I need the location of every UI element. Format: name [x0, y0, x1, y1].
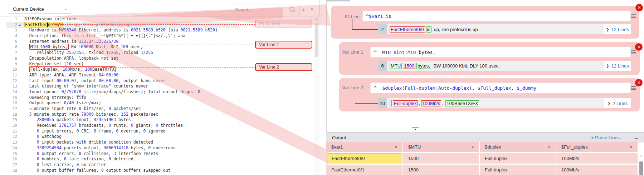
id-line-label: ID Line	[327, 14, 360, 19]
scroll-up-icon[interactable]: ▲	[640, 154, 643, 157]
code-line: 20 Received 2781757 broadcasts, 0 runts,…	[8, 123, 237, 129]
connector-dashed-var1	[54, 45, 255, 45]
matched-line-number: 10	[378, 98, 387, 108]
search-input[interactable]	[231, 5, 292, 15]
code-line-selected: 2◢FastEthernet0/0 is up, line protocol i…	[8, 22, 237, 28]
code-line: 3 Hardware is MV96340 Ethernet, address …	[8, 28, 237, 33]
parse-lines-link[interactable]: + Parse Lines	[591, 135, 620, 140]
code-line: 19 2800055 packets input, 424551903 byte…	[8, 117, 237, 123]
code-line: 9 Keepalive set (10 sec)	[8, 61, 237, 67]
table-cell[interactable]: FastEthernet0/1	[326, 165, 403, 175]
matched-line-preview: MTU1500bytes, BW 100000 Kbit, DLY 100 us…	[387, 61, 604, 71]
connector-dashed-id-line	[54, 24, 255, 25]
collapse-output-button[interactable]: ▲	[412, 127, 419, 132]
var-line-2-matches-button[interactable]: ❯2 Lines	[604, 98, 631, 108]
var-line-2-label: Var Line 2	[331, 85, 363, 90]
var-line-1-pattern-input[interactable]: ^ MTU $int:MTU bytes,	[370, 47, 631, 58]
table-scrollbar[interactable]: ▲	[638, 153, 644, 175]
connector-elbow	[352, 29, 378, 30]
output-title: Output	[332, 135, 346, 140]
minimize-icon[interactable]: –	[635, 135, 638, 141]
close-id-line-button[interactable]: ✕	[635, 4, 643, 11]
id-line-pattern-input[interactable]: ^$var1 is	[362, 11, 631, 21]
literal-token: 100BaseTX/FX	[445, 100, 479, 106]
code-line: 8 Encapsulation ARPA, loopback not set	[8, 56, 237, 61]
matched-line-number: 2	[378, 24, 387, 34]
drag-handle-icon[interactable]	[631, 86, 636, 91]
cli-capture-text[interactable]: 1BJ*POP>show interface 2◢FastEthernet0/0…	[8, 16, 237, 173]
close-var-line-2-button[interactable]: ✕	[635, 79, 643, 86]
find-previous-button[interactable]: ▲	[301, 7, 306, 12]
chevron-down-icon[interactable]: ∨	[395, 145, 397, 149]
capture-token: 100Mb/s	[421, 100, 441, 106]
drag-handle-icon[interactable]	[631, 14, 636, 19]
gutter-label-var-line-1[interactable]: Var Line 1	[255, 41, 312, 49]
matched-line-preview: FastEthernet0/0is up, line protocol is u…	[387, 24, 604, 34]
connector-elbow	[352, 19, 352, 29]
column-header-var1[interactable]: $var1∨	[326, 142, 403, 152]
gutter-label-var-line-2[interactable]: Var Line 2	[255, 63, 312, 71]
connector-elbow	[355, 90, 355, 103]
code-line-var2-match: 10 Full-duplex, 100Mb/s, 100BaseTX/FX	[8, 67, 237, 72]
code-line: 25 0 output errors, 0 collisions, 3 inte…	[8, 151, 237, 157]
id-line-matches-button[interactable]: ❯12 Lines	[604, 24, 631, 34]
var-line-2-pattern-input[interactable]: ^ $duplex(Full-duplex|Auto-duplex), $Ful…	[370, 82, 631, 93]
table-cell[interactable]: 1500	[403, 153, 480, 164]
column-header-duplex[interactable]: $duplex∨	[480, 142, 556, 152]
chevron-down-icon[interactable]: ∨	[471, 145, 474, 149]
connector-elbow	[355, 55, 355, 66]
code-line: 14 Input queue: 0/75/0/0 (size/max/drops…	[8, 89, 237, 95]
table-cell[interactable]: Full-duplex	[480, 165, 556, 175]
matched-line-number: 6	[378, 61, 387, 71]
code-line: 23 0 input packets with dribble conditio…	[8, 140, 237, 145]
parser-tool-app: Current Device ⌄ ▲ ▼ 1BJ*POP>show interf…	[0, 0, 644, 175]
code-line: 26 0 babbles, 0 late collision, 0 deferr…	[8, 156, 237, 162]
sample-text-pane: Current Device ⌄ ▲ ▼ 1BJ*POP>show interf…	[0, 0, 319, 175]
code-line: 7 reliability 255/255, txload 1/255, rxl…	[8, 50, 237, 56]
code-line: 15 Queueing strategy: fifo	[8, 95, 237, 101]
left-toolbar: Current Device ⌄ ▲ ▼	[0, 0, 319, 16]
scrollbar-thumb[interactable]	[639, 161, 643, 175]
capture-token: 1500	[403, 63, 415, 69]
connector-elbow	[355, 103, 378, 104]
capture-token: Full-duplex	[393, 100, 418, 106]
device-selector-dropdown[interactable]: Current Device ⌄	[9, 4, 71, 14]
code-line: 27 0 lost carrier, 0 no carrier	[8, 162, 237, 168]
literal-token	[390, 100, 392, 106]
code-line: 21 0 input errors, 0 CRC, 0 frame, 0 ove…	[8, 129, 237, 134]
editor-gutter-divider	[239, 16, 239, 175]
chevron-right-icon: ❯	[606, 64, 609, 68]
gutter-label-id-line[interactable]: P1-ID Line	[255, 20, 312, 28]
var-line-1-label: Var Line 1	[331, 49, 363, 55]
output-header-bar: Output + Parse Lines –	[326, 132, 644, 142]
code-line: 18 5 minute output rate 79000 bits/sec, …	[8, 112, 237, 118]
table-cell[interactable]: 100Mb/s	[556, 153, 638, 164]
close-var-line-1-button[interactable]: ✕	[635, 43, 643, 51]
code-line: 24 3389294584 packets output, 3066914118…	[8, 145, 237, 151]
column-header-mtu[interactable]: $MTU∨	[403, 142, 480, 152]
fold-marker-icon[interactable]: ◢	[19, 22, 24, 28]
drag-handle-icon[interactable]	[631, 50, 636, 55]
scrollbar-thumb[interactable]	[315, 23, 318, 57]
highlighted-result-cell[interactable]: FastEthernet0/0	[327, 153, 402, 163]
table-cell[interactable]: 1500	[403, 165, 480, 175]
table-cell[interactable]: Full-duplex	[480, 153, 556, 164]
matched-line-preview: Full-duplex,100Mb/s, 100BaseTX/FX	[387, 98, 604, 108]
table-cell[interactable]: 100Mb/s	[556, 165, 638, 175]
scroll-up-icon[interactable]: ▲	[315, 18, 318, 21]
column-header-full-duplex[interactable]: $Full_duplex∨	[556, 142, 638, 152]
code-line: 28 0 output buffer failures, 0 output bu…	[8, 168, 237, 174]
var-line-1-matches-button[interactable]: ❯12 Lines	[604, 61, 631, 71]
window-tab	[327, 0, 350, 1]
code-line: 5 Internet address is 172.24.32.225/28	[8, 39, 237, 45]
left-scrollbar[interactable]: ▲	[314, 16, 319, 175]
literal-token: is	[426, 26, 431, 32]
code-line: 1BJ*POP>show interface	[8, 16, 237, 22]
find-next-button[interactable]: ▼	[310, 7, 314, 12]
code-line-var1-match: 6 MTU 1500 bytes, BW 100000 Kbit, DLY 10…	[8, 44, 237, 50]
search-icon[interactable]	[289, 7, 294, 12]
literal-token: MTU	[390, 63, 402, 69]
chevron-down-icon[interactable]: ∨	[548, 145, 551, 149]
chevron-down-icon[interactable]: ∨	[630, 145, 633, 149]
code-line: 12 Last input 00:00:07, output 00:00:00,…	[8, 78, 237, 84]
